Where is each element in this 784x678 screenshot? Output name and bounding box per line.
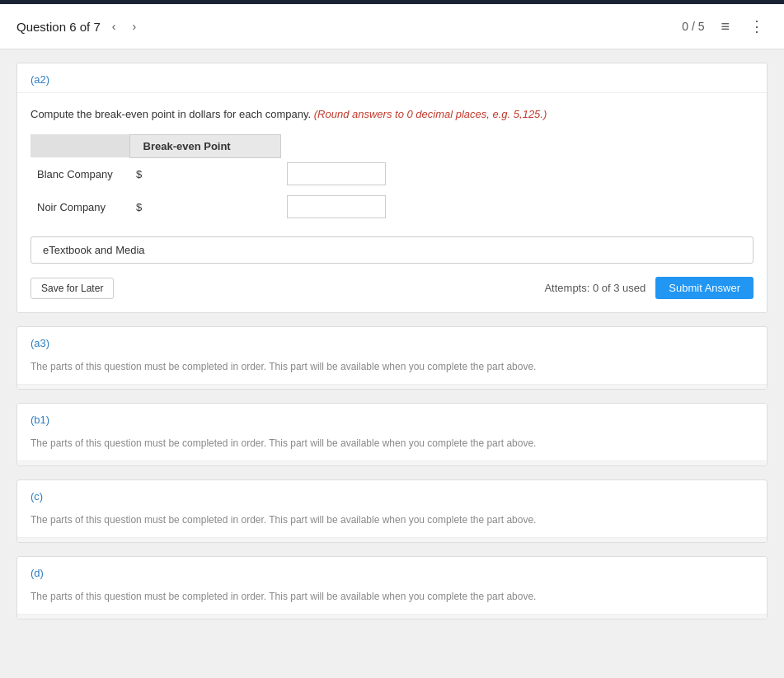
table-row: Blanc Company $	[31, 157, 392, 190]
b1-section-card: (b1) The parts of this question must be …	[16, 403, 768, 466]
d-locked-message: The parts of this question must be compl…	[31, 589, 753, 604]
c-section-header: (c)	[17, 480, 767, 509]
header-left: Question 6 of 7 ‹ ›	[16, 16, 141, 36]
save-later-button[interactable]: Save for Later	[31, 278, 114, 299]
right-actions: Attempts: 0 of 3 used Submit Answer	[544, 277, 753, 299]
noir-dollar-sign: $	[129, 190, 280, 223]
score-display: 0 / 5	[682, 20, 704, 33]
a3-locked-body: The parts of this question must be compl…	[17, 356, 767, 384]
d-section-header: (d)	[17, 557, 767, 586]
next-question-button[interactable]: ›	[127, 16, 141, 36]
b1-section-header: (b1)	[17, 404, 767, 433]
instruction-main: Compute the break-even point in dollars …	[31, 108, 311, 120]
b1-tag: (b1)	[31, 414, 49, 426]
blanc-dollar-sign: $	[129, 157, 280, 190]
prev-question-button[interactable]: ‹	[107, 16, 121, 36]
header-right: 0 / 5 ≡ ⋮	[682, 14, 768, 39]
a3-tag: (a3)	[31, 337, 49, 349]
a3-section-header: (a3)	[17, 327, 767, 356]
c-locked-message: The parts of this question must be compl…	[31, 512, 753, 527]
noir-company-input[interactable]	[287, 195, 386, 218]
table-row: Noir Company $	[31, 190, 392, 223]
main-content: (a2) Compute the break-even point in dol…	[0, 49, 784, 646]
d-locked-footer	[17, 614, 767, 619]
action-bar: Save for Later Attempts: 0 of 3 used Sub…	[31, 277, 753, 299]
c-section-card: (c) The parts of this question must be c…	[16, 479, 768, 543]
more-options-button[interactable]: ⋮	[746, 14, 768, 39]
question-title: Question 6 of 7	[16, 20, 101, 34]
a2-section-card: (a2) Compute the break-even point in dol…	[16, 63, 768, 313]
c-tag: (c)	[31, 490, 43, 503]
blanc-company-input[interactable]	[287, 162, 386, 185]
submit-answer-button[interactable]: Submit Answer	[655, 277, 753, 299]
d-tag: (d)	[31, 567, 44, 579]
b1-locked-footer	[17, 461, 767, 465]
b1-locked-message: The parts of this question must be compl…	[31, 436, 753, 451]
a2-section-header: (a2)	[17, 63, 767, 93]
instruction-highlight: (Round answers to 0 decimal places, e.g.…	[314, 108, 547, 120]
a3-locked-footer	[17, 384, 767, 389]
list-icon: ≡	[721, 18, 730, 35]
b1-locked-body: The parts of this question must be compl…	[17, 433, 767, 461]
page-header: Question 6 of 7 ‹ › 0 / 5 ≡ ⋮	[0, 4, 784, 49]
attempts-text: Attempts: 0 of 3 used	[544, 282, 646, 294]
blanc-input-cell[interactable]	[280, 157, 392, 190]
table-header-break-even: Break-even Point	[129, 134, 280, 157]
blanc-company-label: Blanc Company	[31, 157, 129, 190]
more-icon: ⋮	[749, 18, 764, 35]
a3-section-card: (a3) The parts of this question must be …	[16, 326, 768, 390]
list-icon-button[interactable]: ≡	[717, 15, 733, 39]
c-locked-footer	[17, 537, 767, 542]
a2-tag: (a2)	[31, 73, 49, 86]
a3-locked-message: The parts of this question must be compl…	[31, 359, 753, 374]
d-section-card: (d) The parts of this question must be c…	[16, 556, 768, 620]
c-locked-body: The parts of this question must be compl…	[17, 509, 767, 537]
noir-company-label: Noir Company	[31, 190, 129, 223]
noir-input-cell[interactable]	[280, 190, 392, 223]
etextbook-link[interactable]: eTextbook and Media	[31, 236, 753, 264]
instruction-text: Compute the break-even point in dollars …	[31, 106, 753, 123]
break-even-table: Break-even Point Blanc Company $ Noir Co…	[31, 134, 392, 224]
etextbook-label: eTextbook and Media	[43, 244, 145, 256]
d-locked-body: The parts of this question must be compl…	[17, 586, 767, 614]
a2-section-body: Compute the break-even point in dollars …	[17, 93, 767, 312]
